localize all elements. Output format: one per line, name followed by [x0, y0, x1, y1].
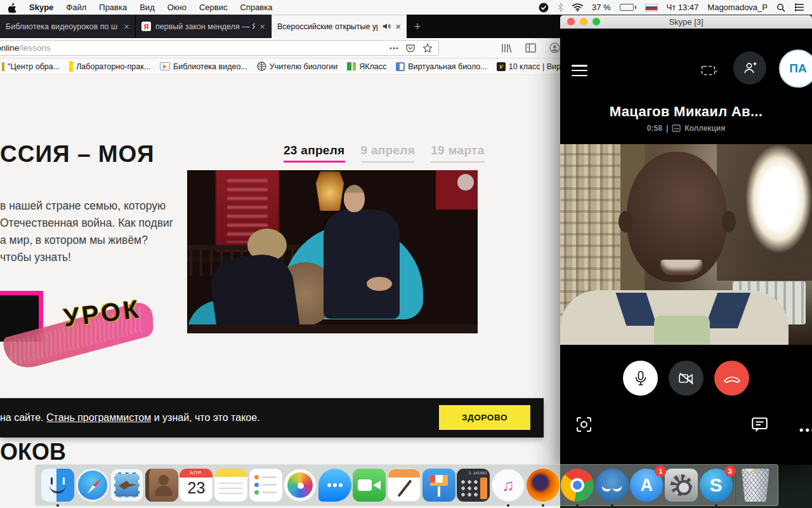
bookmark-favicon — [2, 62, 4, 71]
end-call-button[interactable] — [714, 361, 749, 396]
v-favicon: V — [497, 62, 506, 71]
tab-close-icon[interactable]: × — [124, 21, 129, 32]
input-language-flag-icon[interactable] — [645, 4, 658, 11]
tab-yandex-search[interactable]: Я первый закон менделя — Янд × — [136, 15, 272, 38]
spotlight-search-icon[interactable] — [776, 3, 785, 12]
tab-audio-playing-icon[interactable] — [382, 22, 391, 30]
caller-ear-right — [722, 211, 736, 232]
battery-icon[interactable] — [620, 4, 636, 11]
dock-notes[interactable] — [214, 469, 247, 502]
tab-close-icon[interactable]: × — [395, 21, 401, 32]
snapshot-button[interactable] — [575, 416, 593, 433]
dock-openoffice[interactable] — [596, 469, 629, 502]
apple-menu-icon[interactable] — [8, 3, 16, 13]
dock-calculator[interactable]: 3.141593 — [457, 469, 490, 502]
antivirus-status-icon[interactable] — [539, 3, 549, 13]
self-avatar[interactable]: ПА — [779, 50, 812, 88]
tab-video-library[interactable]: Библиотека видеоуроков по ш × — [0, 15, 136, 38]
mail-icon — [110, 469, 143, 502]
dock-photos[interactable] — [284, 469, 317, 502]
dock-contacts[interactable] — [145, 469, 178, 502]
dock-messages[interactable] — [318, 469, 351, 502]
dock-facetime[interactable] — [353, 469, 386, 502]
dock-system-preferences[interactable] — [665, 469, 698, 502]
screen-share-button[interactable] — [701, 65, 717, 77]
add-participant-button[interactable] — [733, 51, 766, 84]
date-tab-april-23[interactable]: 23 апреля — [284, 144, 345, 163]
menu-tools[interactable]: Сервис — [199, 3, 228, 12]
collection-label[interactable]: Коллекция — [684, 124, 725, 133]
menubar-app-name[interactable]: Skype — [29, 3, 53, 12]
webpage-content: ССИЯ – МОЯ 23 апреля 9 апреля 19 марта в… — [0, 76, 560, 508]
account-icon[interactable] — [549, 43, 560, 53]
lesson-video-thumbnail[interactable] — [187, 170, 478, 333]
skype-titlebar[interactable]: Skype [3] — [560, 15, 812, 29]
dock-trash[interactable] — [739, 469, 772, 502]
pocket-save-icon[interactable] — [405, 43, 416, 53]
new-tab-button[interactable]: + — [407, 15, 428, 38]
banner-text-suffix: и узнай, что это такое. — [151, 412, 259, 423]
yaklass-favicon — [347, 62, 351, 70]
page-actions-icon[interactable] — [390, 47, 398, 50]
date-tab-march-19[interactable]: 19 марта — [431, 144, 484, 163]
menu-edit[interactable]: Правка — [99, 3, 127, 12]
bookmark-video-library[interactable]: Библиотека видео... — [160, 62, 247, 71]
play-favicon — [160, 62, 170, 70]
dock-itunes[interactable]: ♫ — [492, 469, 525, 502]
zdorovo-button[interactable]: ЗДОРОВО — [439, 405, 530, 430]
menu-file[interactable]: Файл — [66, 3, 86, 12]
bookmark-star-icon[interactable] — [422, 43, 433, 53]
tab-close-icon[interactable]: × — [259, 21, 265, 32]
dock-mail[interactable] — [110, 469, 143, 502]
url-bar[interactable]: ektoria.online/lessons — [0, 40, 439, 56]
menu-hamburger-icon[interactable] — [572, 65, 587, 76]
running-indicator — [507, 504, 509, 507]
bookmark-lab-practice[interactable]: Лабораторно-прак... — [69, 61, 150, 72]
tab-open-lessons-active[interactable]: Всероссийские открытые урок × — [272, 15, 407, 38]
library-icon[interactable] — [501, 43, 512, 53]
finder-icon — [41, 469, 74, 502]
minimize-window-button[interactable] — [580, 18, 587, 25]
become-programmer-link[interactable]: Стань программистом — [46, 412, 151, 423]
url-host: ektoria.online — [0, 43, 19, 53]
firefox-icon — [527, 469, 560, 502]
tab-title: первый закон менделя — Янд — [155, 22, 255, 31]
camera-off-button[interactable] — [669, 361, 704, 396]
wifi-icon[interactable] — [572, 3, 583, 11]
bookmark-10-class-virtual[interactable]: V10 класс | Виртуал... — [497, 62, 560, 71]
dock-firefox[interactable] — [527, 469, 560, 502]
bookmark-yaklass[interactable]: ЯКласс — [347, 62, 386, 71]
menubar-username[interactable]: Magomadova_P — [707, 3, 768, 12]
date-tab-april-9[interactable]: 9 апреля — [361, 144, 416, 163]
notification-center-icon[interactable] — [794, 3, 804, 11]
guest-body — [324, 210, 400, 319]
menu-help[interactable]: Справка — [240, 3, 272, 12]
bookmark-favicon — [69, 63, 73, 72]
dock-appstore[interactable]: A1 — [630, 469, 663, 502]
dock-keynote[interactable] — [422, 469, 455, 502]
menu-view[interactable]: Вид — [140, 3, 155, 12]
bookmark-biology-teacher[interactable]: Учителю биологии — [257, 62, 337, 71]
guest-head — [344, 185, 365, 212]
dock-reminders[interactable] — [249, 469, 282, 502]
sidebar-toggle-icon[interactable] — [525, 43, 536, 53]
menu-window[interactable]: Окно — [167, 3, 187, 12]
dock-skype[interactable]: S3 — [700, 469, 733, 502]
dock-chrome[interactable] — [561, 469, 594, 502]
bluetooth-icon[interactable] — [558, 3, 563, 12]
dock-safari[interactable] — [76, 469, 109, 502]
remote-video-feed — [560, 144, 812, 345]
chat-button[interactable] — [751, 417, 768, 433]
dock-pages[interactable] — [388, 469, 421, 502]
zoom-window-button[interactable] — [593, 18, 600, 25]
microphone-button[interactable] — [623, 361, 658, 396]
dock-calendar[interactable]: АПР.23 — [180, 469, 213, 502]
close-window-button[interactable] — [567, 18, 575, 25]
bookmark-virtual-biology[interactable]: Виртуальная биоло... — [396, 62, 487, 71]
macos-menubar: Skype Файл Правка Вид Окно Сервис Справк… — [0, 0, 812, 15]
menubar-clock[interactable]: Чт 13:47 — [667, 3, 699, 12]
running-indicator — [576, 504, 579, 507]
dock-finder[interactable] — [41, 469, 74, 502]
bookmark-center-obr[interactable]: "Центр обра... — [2, 62, 60, 71]
more-options-icon[interactable]: ••• — [799, 424, 812, 437]
